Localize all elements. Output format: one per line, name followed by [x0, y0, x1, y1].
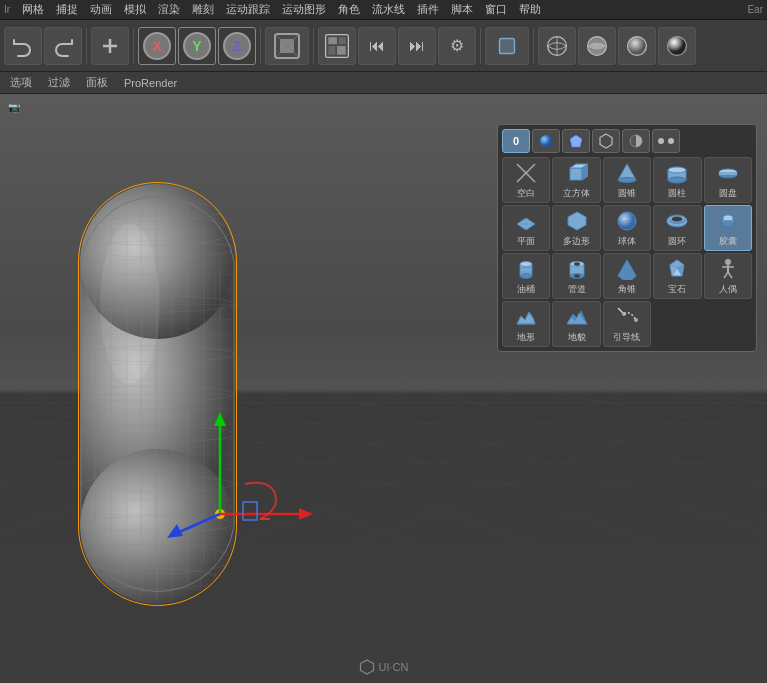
shapes-tab-half[interactable] — [622, 129, 650, 153]
redo-button[interactable] — [44, 27, 82, 65]
menu-item-12[interactable]: 窗口 — [479, 1, 513, 18]
toolbar2-filter[interactable]: 过滤 — [44, 73, 74, 92]
toolbar2-panel[interactable]: 面板 — [82, 73, 112, 92]
shapes-tabs: 0 — [502, 129, 752, 153]
menu-item-3[interactable]: 模拟 — [118, 1, 152, 18]
menu-item-5[interactable]: 雕刻 — [186, 1, 220, 18]
undo-redo-group — [4, 27, 82, 65]
undo-button[interactable] — [4, 27, 42, 65]
svg-point-117 — [520, 261, 532, 266]
shape-label-disc: 圆盘 — [719, 189, 737, 199]
sep5 — [480, 28, 481, 64]
y-axis-button[interactable]: Y — [178, 27, 216, 65]
shape-icon-tube — [566, 258, 588, 283]
axis-group: X Y Z — [138, 27, 256, 65]
menu-item-11[interactable]: 脚本 — [445, 1, 479, 18]
svg-line-35 — [700, 383, 767, 388]
shape-label-capsule: 胶囊 — [719, 237, 737, 247]
shape-icon-pyramid — [616, 258, 638, 283]
menu-item-4[interactable]: 渲染 — [152, 1, 186, 18]
shape-icon-sphere — [616, 210, 638, 235]
shape-label-torus: 圆环 — [668, 237, 686, 247]
toolbar2-options[interactable]: 选项 — [6, 73, 36, 92]
shape-label-polygon: 多边形 — [563, 237, 590, 247]
shape-item-capsule[interactable]: 胶囊 — [704, 205, 752, 251]
shapes-tab-hex[interactable] — [592, 129, 620, 153]
watermark-icon — [359, 659, 375, 675]
shape-icon-landscape — [566, 306, 588, 331]
shape-item-cylinder2[interactable]: 圆柱 — [653, 157, 701, 203]
view-mode-button[interactable] — [485, 27, 529, 65]
menu-item-2[interactable]: 动画 — [84, 1, 118, 18]
x-axis-button[interactable]: X — [138, 27, 176, 65]
shading-render-button[interactable] — [658, 27, 696, 65]
shapes-tab-dots[interactable] — [652, 129, 680, 153]
shading-solid-button[interactable] — [618, 27, 656, 65]
shape-item-pyramid[interactable]: 角锥 — [603, 253, 651, 299]
menu-item-8[interactable]: 角色 — [332, 1, 366, 18]
shape-item-polygon[interactable]: 多边形 — [552, 205, 600, 251]
shapes-tab-0[interactable]: 0 — [502, 129, 530, 153]
shape-icon-polygon — [566, 210, 588, 235]
shape-item-disc[interactable]: 圆盘 — [704, 157, 752, 203]
shape-item-gem[interactable]: 宝石 — [653, 253, 701, 299]
shape-item-tube[interactable]: 管道 — [552, 253, 600, 299]
menu-item-1[interactable]: 捕捉 — [50, 1, 84, 18]
menu-item-0[interactable]: 网格 — [16, 1, 50, 18]
shading-flat-button[interactable] — [578, 27, 616, 65]
shape-item-plane[interactable]: 平面 — [502, 205, 550, 251]
shape-item-empty[interactable]: 空白 — [502, 157, 550, 203]
shape-label-cylinder2: 圆柱 — [668, 189, 686, 199]
menu-item-10[interactable]: 插件 — [411, 1, 445, 18]
shape-item-cube[interactable]: 立方体 — [552, 157, 600, 203]
shape-icon-cone — [616, 162, 638, 187]
z-axis-button[interactable]: Z — [218, 27, 256, 65]
anim-next-button[interactable]: ⏭ — [398, 27, 436, 65]
shape-icon-cube — [566, 162, 588, 187]
menu-bar: Ir 网格捕捉动画模拟渲染雕刻运动跟踪运动图形角色流水线插件脚本窗口帮助 Ear — [0, 0, 767, 20]
svg-point-118 — [520, 273, 532, 278]
toolbar: X Y Z ⏮ ⏭ ⚙ — [0, 20, 767, 72]
svg-point-83 — [540, 135, 552, 147]
shape-icon-gem — [666, 258, 688, 283]
svg-marker-84 — [570, 135, 582, 147]
svg-line-136 — [728, 272, 732, 278]
shape-item-cone[interactable]: 圆锥 — [603, 157, 651, 203]
shape-item-terrain[interactable]: 地形 — [502, 301, 550, 347]
transform-gizmo[interactable] — [155, 404, 315, 564]
shapes-tab-sphere[interactable] — [532, 129, 560, 153]
shape-label-terrain: 地形 — [517, 333, 535, 343]
svg-point-125 — [574, 274, 580, 277]
svg-point-72 — [100, 224, 160, 384]
shape-icon-cylinder2 — [666, 162, 688, 187]
anim-prev-button[interactable]: ⏮ — [358, 27, 396, 65]
shape-item-landscape[interactable]: 地貌 — [552, 301, 600, 347]
sep2 — [133, 28, 134, 64]
shape-item-sphere[interactable]: 球体 — [603, 205, 651, 251]
shape-label-sphere: 球体 — [618, 237, 636, 247]
menu-item-6[interactable]: 运动跟踪 — [220, 1, 276, 18]
render-button[interactable] — [318, 27, 356, 65]
shape-label-spline: 引导线 — [613, 333, 640, 343]
svg-line-31 — [300, 383, 767, 533]
svg-rect-6 — [339, 37, 346, 44]
menu-item-7[interactable]: 运动图形 — [276, 1, 332, 18]
shapes-tab-gem[interactable] — [562, 129, 590, 153]
shape-item-figure[interactable]: 人偶 — [704, 253, 752, 299]
object-mode-button[interactable] — [265, 27, 309, 65]
shading-wire-button[interactable] — [538, 27, 576, 65]
shape-item-torus[interactable]: 圆环 — [653, 205, 701, 251]
shapes-panel: 0 — [497, 124, 757, 352]
anim-settings-button[interactable]: ⚙ — [438, 27, 476, 65]
menu-item-13[interactable]: 帮助 — [513, 1, 547, 18]
shape-item-oil-drum[interactable]: 油桶 — [502, 253, 550, 299]
menu-item-9[interactable]: 流水线 — [366, 1, 411, 18]
toolbar2-prorender[interactable]: ProRender — [120, 75, 181, 91]
shape-item-spline[interactable]: 引导线 — [603, 301, 651, 347]
shape-icon-figure — [717, 258, 739, 283]
shading-group — [538, 27, 696, 65]
svg-point-88 — [668, 138, 674, 144]
viewport-corner-icons: 📷 — [8, 102, 20, 113]
shape-label-cone: 圆锥 — [618, 189, 636, 199]
add-button[interactable] — [91, 27, 129, 65]
